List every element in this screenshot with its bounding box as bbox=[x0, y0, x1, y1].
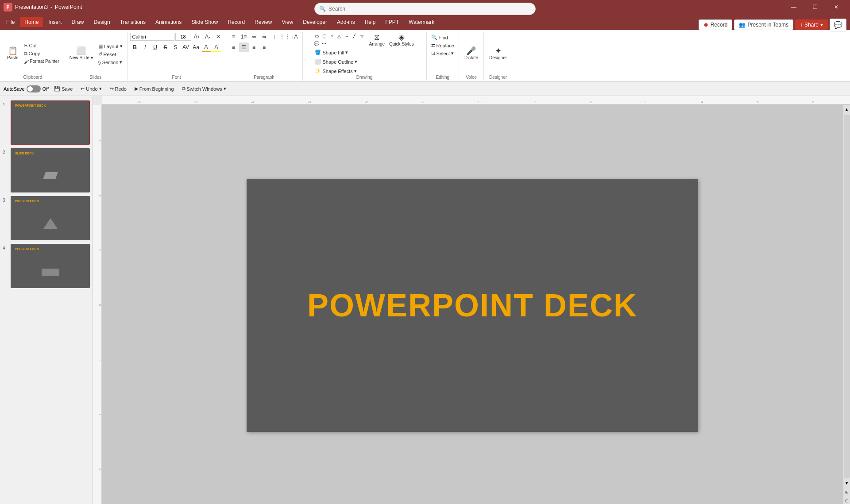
shape-callout[interactable]: 💬 bbox=[313, 40, 320, 47]
menu-transitions[interactable]: Transitions bbox=[116, 17, 150, 27]
char-spacing-button[interactable]: AV bbox=[181, 42, 191, 52]
numbering-button[interactable]: 1≡ bbox=[239, 32, 249, 42]
bullets-button[interactable]: ≡ bbox=[229, 32, 239, 42]
menu-insert[interactable]: Insert bbox=[44, 17, 66, 27]
section-button[interactable]: § Section ▾ bbox=[97, 58, 124, 66]
font-size-input[interactable]: 18 bbox=[175, 33, 191, 41]
scroll-down-button[interactable]: ▼ bbox=[844, 479, 850, 488]
redo-button[interactable]: ↪ Redo bbox=[107, 85, 129, 92]
strikethrough-button[interactable]: S bbox=[161, 42, 170, 52]
line-spacing-button[interactable]: ↕ bbox=[270, 32, 279, 42]
slide-preview-1[interactable]: POWERPOINT DECK bbox=[11, 100, 90, 145]
slide-preview-3[interactable]: PRESENTATION bbox=[11, 196, 90, 240]
menu-fppt[interactable]: FPPT bbox=[381, 17, 403, 27]
scroll-up-button[interactable]: ▲ bbox=[844, 105, 850, 114]
autosave-toggle-switch[interactable] bbox=[27, 85, 41, 92]
highlight-button[interactable]: A bbox=[212, 42, 221, 52]
bold-button[interactable]: B bbox=[130, 42, 140, 52]
increase-font-button[interactable]: A+ bbox=[192, 32, 202, 42]
shape-rect[interactable]: ▭ bbox=[313, 33, 320, 40]
justify-button[interactable]: ≡ bbox=[259, 42, 269, 52]
cut-button[interactable]: ✂ Cut bbox=[22, 42, 61, 50]
text-direction-button[interactable]: ↕A bbox=[290, 32, 300, 42]
designer-button[interactable]: ✦ Designer bbox=[487, 45, 510, 62]
italic-button[interactable]: I bbox=[140, 42, 150, 52]
save-button[interactable]: 💾 Save bbox=[51, 85, 75, 92]
record-button[interactable]: ⏺ Record bbox=[699, 19, 733, 30]
autosave-toggle[interactable]: AutoSave Off bbox=[4, 85, 49, 92]
select-button[interactable]: ⊡ Select ▾ bbox=[429, 50, 456, 57]
menu-record[interactable]: Record bbox=[223, 17, 249, 27]
format-painter-button[interactable]: 🖌 Format Painter bbox=[22, 58, 61, 65]
find-button[interactable]: 🔍 Find bbox=[429, 34, 450, 41]
slide-preview-2[interactable]: SLIDE DECK bbox=[11, 148, 90, 192]
share-button[interactable]: ↑ Share ▾ bbox=[795, 19, 828, 30]
shape-more[interactable]: ⋯ bbox=[321, 40, 328, 47]
scroll-thumb[interactable] bbox=[844, 115, 850, 478]
canvas-scroll[interactable]: POWERPOINT DECK bbox=[102, 105, 843, 504]
menu-developer[interactable]: Developer bbox=[298, 17, 332, 27]
menu-file[interactable]: File bbox=[2, 17, 19, 27]
arrange-button[interactable]: ⧖ Arrange bbox=[367, 32, 386, 48]
slide-thumb-3[interactable]: 3 PRESENTATION bbox=[2, 195, 91, 241]
slide-thumb-1[interactable]: 1 POWERPOINT DECK bbox=[2, 100, 91, 146]
menu-draw[interactable]: Draw bbox=[67, 17, 88, 27]
present-in-teams-button[interactable]: 👥 Present in Teams bbox=[734, 19, 793, 30]
slide-main-text[interactable]: POWERPOINT DECK bbox=[307, 287, 638, 323]
slide-thumb-4[interactable]: 4 PRESENTATION bbox=[2, 243, 91, 289]
shape-fill-button[interactable]: 🪣 Shape Fill ▾ bbox=[313, 49, 359, 56]
shape-outline-button[interactable]: ⬜ Shape Outline ▾ bbox=[313, 58, 359, 65]
from-beginning-button[interactable]: ▶ From Beginning bbox=[132, 85, 177, 92]
new-slide-button[interactable]: ⬜ New Slide ▾ bbox=[67, 45, 96, 62]
minimize-button[interactable]: — bbox=[784, 0, 804, 14]
shape-line[interactable]: ╱ bbox=[351, 33, 358, 40]
layout-button[interactable]: ▤ Layout ▾ bbox=[97, 42, 124, 50]
search-input[interactable] bbox=[328, 6, 531, 12]
replace-icon: ⇄ bbox=[431, 42, 435, 48]
paste-button[interactable]: 📋 Paste bbox=[4, 45, 21, 62]
shape-oval[interactable]: ○ bbox=[328, 33, 335, 40]
shadow-button[interactable]: S bbox=[171, 42, 181, 52]
menu-help[interactable]: Help bbox=[360, 17, 380, 27]
zoom-fit-width-button[interactable]: ⊟ bbox=[844, 496, 850, 504]
shape-star[interactable]: ☆ bbox=[358, 33, 365, 40]
slide-preview-4[interactable]: PRESENTATION bbox=[11, 244, 90, 288]
font-color-button[interactable]: A bbox=[201, 42, 211, 52]
menu-home[interactable]: Home bbox=[20, 17, 43, 27]
decrease-indent-button[interactable]: ⇐ bbox=[249, 32, 259, 42]
quick-styles-button[interactable]: ◈ Quick Styles bbox=[387, 32, 416, 48]
reset-button[interactable]: ↺ Reset bbox=[97, 50, 124, 58]
shape-arrow[interactable]: → bbox=[343, 33, 350, 40]
menu-review[interactable]: Review bbox=[250, 17, 276, 27]
menu-design[interactable]: Design bbox=[89, 17, 114, 27]
menu-slideshow[interactable]: Slide Show bbox=[187, 17, 222, 27]
menu-view[interactable]: View bbox=[277, 17, 298, 27]
increase-indent-button[interactable]: ⇒ bbox=[259, 32, 269, 42]
maximize-button[interactable]: ❐ bbox=[805, 0, 825, 14]
align-right-button[interactable]: ≡ bbox=[249, 42, 259, 52]
align-left-button[interactable]: ≡ bbox=[229, 42, 239, 52]
shape-triangle[interactable]: △ bbox=[336, 33, 343, 40]
comments-button[interactable]: 💬 bbox=[830, 19, 846, 31]
replace-button[interactable]: ⇄ Replace bbox=[429, 42, 456, 49]
decrease-font-button[interactable]: A- bbox=[203, 32, 212, 42]
menu-watermark[interactable]: Watermark bbox=[404, 17, 439, 27]
close-button[interactable]: ✕ bbox=[826, 0, 846, 14]
menu-addins[interactable]: Add-ins bbox=[332, 17, 359, 27]
underline-button[interactable]: U bbox=[151, 42, 160, 52]
clear-format-button[interactable]: ✕ bbox=[213, 32, 223, 42]
copy-button[interactable]: ⧉ Copy bbox=[22, 50, 61, 58]
scrollbar-right[interactable]: ▲ ▼ ⊞ ⊟ bbox=[843, 105, 850, 504]
case-button[interactable]: Aa bbox=[191, 42, 201, 52]
shape-rounded-rect[interactable]: ▢ bbox=[321, 33, 328, 40]
slide-thumb-2[interactable]: 2 SLIDE DECK bbox=[2, 147, 91, 193]
undo-button[interactable]: ↩ Undo ▾ bbox=[78, 85, 104, 92]
shape-effects-button[interactable]: ✨ Shape Effects ▾ bbox=[313, 67, 359, 75]
columns-button[interactable]: ⋮⋮ bbox=[280, 32, 290, 42]
dictate-button[interactable]: 🎤 Dictate bbox=[462, 45, 481, 62]
font-name-input[interactable]: Calibri bbox=[130, 33, 174, 41]
align-center-button[interactable]: ☰ bbox=[239, 42, 249, 52]
menu-animations[interactable]: Animations bbox=[151, 17, 186, 27]
zoom-fit-button[interactable]: ⊞ bbox=[844, 488, 850, 496]
switch-windows-button[interactable]: ⧉ Switch Windows ▾ bbox=[179, 85, 229, 92]
